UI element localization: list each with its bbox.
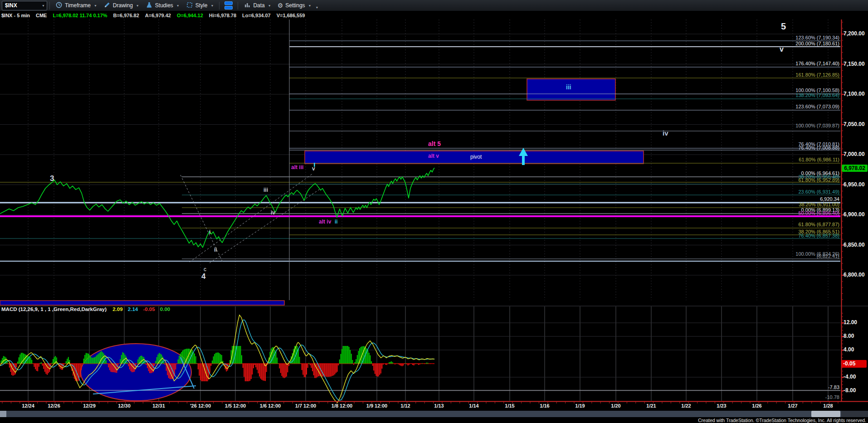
horizontal-scrollbar[interactable] [0,411,868,417]
link-windows-button[interactable] [222,0,235,10]
macd-line-value: 2.09 [112,306,122,312]
v-tick [314,163,315,167]
macd-study-header: MACD (12,26,9, 1 , 1 ,Green,Red,DarkGray… [1,307,170,312]
scrollbar-corner [841,411,868,417]
copyright-text: Created with TradeStation. ©TradeStation… [698,418,866,423]
last-price-badge: 6,978.02 [842,165,868,172]
status-segment: O=6,944.12 [177,13,203,18]
toolbar: $INX ▼ Timeframe ▼ Drawing ▼ Studies ▼ S… [0,0,868,11]
status-segment: Lo=6,934.07 [242,13,271,18]
status-segment: $INX - 5 min [1,13,30,18]
symbol-value: $INX [5,2,17,9]
scrollbar-thumb[interactable] [811,411,840,417]
layer-bar-icon [224,6,233,10]
status-line: $INX - 5 minCMEL=6,978.02 11.74 0.17%B=6… [0,12,868,19]
menu-label: Studies [155,2,173,9]
dashed-trendline [180,175,223,263]
macd-value-badge: -0.05 [842,360,867,368]
menu-label: Drawing [113,2,133,9]
chart-canvas[interactable] [0,0,868,423]
status-segment: B=6,976.82 [113,13,139,18]
layer-bar-icon [224,1,233,5]
toolbar-overflow-chevron[interactable]: ▼ [316,6,319,9]
status-segment: A=6,979.42 [145,13,171,18]
menu-studies[interactable]: Studies ▼ [142,0,183,11]
menu-label: Style [195,2,208,9]
toolbar-separator [238,2,238,10]
chevron-down-icon: ▼ [136,4,139,7]
chevron-down-icon: ▼ [210,4,214,7]
macd-hist-value: -0.05 [143,306,155,312]
status-segment: CME [36,13,47,18]
macd-signal-value: 2.14 [128,306,138,312]
chevron-down-icon: ▼ [42,4,45,7]
menu-settings[interactable]: ⚙ Settings ▼ [274,0,315,11]
toolbar-separator [49,2,50,10]
style-frame-icon [186,1,193,10]
chevron-down-icon: ▼ [308,4,312,7]
pivot-zone-box [305,151,644,164]
status-segment: V=1,686,559 [277,13,305,18]
menu-data[interactable]: Data ▼ [240,0,274,11]
dashed-trendline [210,190,319,263]
menu-style[interactable]: Style ▼ [183,0,217,11]
chevron-down-icon: ▼ [268,4,271,7]
menu-label: Settings [285,2,305,9]
up-arrow [522,155,525,165]
menu-drawing[interactable]: Drawing ▼ [100,0,142,11]
chevron-down-icon: ▼ [176,4,180,7]
menu-label: Data [253,2,264,9]
bar-chart-icon [244,1,251,10]
menu-timeframe[interactable]: Timeframe ▼ [52,0,100,11]
flask-icon [146,1,153,10]
macd-zero-value: 0.00 [160,306,170,312]
macd-study-name: MACD (12,26,9, 1 , 1 ,Green,Red,DarkGray… [1,306,107,312]
bottom-zone-bar [0,301,284,305]
status-segment: Hi=6,978.78 [209,13,236,18]
clock-icon [55,1,63,10]
chevron-down-icon: ▼ [94,4,97,7]
status-segment: L=6,978.02 11.74 0.17% [53,13,107,18]
pencil-icon [103,1,111,10]
symbol-select[interactable]: $INX ▼ [2,1,47,10]
toolbar-separator [219,2,219,10]
dashed-trendline [190,174,312,262]
scrollbar-left-cap[interactable] [0,411,6,417]
target-zone-box [527,79,615,100]
gear-icon: ⚙ [278,2,283,9]
menu-label: Timeframe [65,2,91,9]
